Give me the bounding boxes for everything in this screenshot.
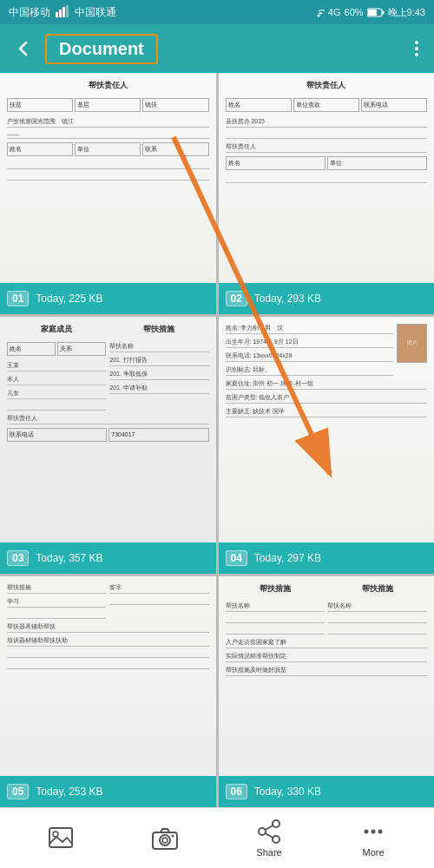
carrier-right: 中国联通 — [75, 5, 116, 20]
svg-point-23 — [378, 829, 383, 833]
carrier-info: 中国移动 中国联通 — [9, 5, 116, 20]
svg-point-16 — [273, 820, 279, 827]
document-item-02[interactable]: 帮扶贵任人 姓名 单位查欢 联系电话 县扶贫办 2015 帮扶责任人 姓名 单位… — [219, 73, 435, 314]
item-06-number: 06 — [226, 784, 247, 799]
dot1 — [415, 41, 418, 44]
page-title: Document — [59, 39, 144, 58]
item-01-meta: Today, 225 KB — [36, 293, 208, 305]
more-icon — [361, 819, 385, 844]
top-bar: Document — [0, 24, 434, 73]
item-04-meta: Today, 297 KB — [254, 552, 427, 564]
wifi-icon — [312, 7, 325, 17]
svg-point-18 — [273, 836, 279, 843]
document-item-05[interactable]: 帮扶措施 学习 签字 帮扶器具辅助帮扶 培训器材辅助帮扶扶助 05 Today,… — [0, 576, 216, 807]
item-05-label-bar: 05 Today, 253 KB — [0, 776, 216, 807]
signal-icon — [56, 5, 69, 19]
item-01-label-bar: 01 Today, 225 KB — [0, 283, 216, 314]
share-icon — [257, 819, 281, 844]
svg-point-4 — [317, 15, 319, 17]
status-bar: 中国移动 中国联通 4G 60% 晚上9:43 — [0, 0, 434, 24]
share-label: Share — [256, 847, 281, 858]
svg-rect-6 — [382, 10, 384, 14]
item-05-number: 05 — [7, 784, 29, 799]
time: 晚上9:43 — [388, 6, 425, 19]
dot2 — [415, 47, 418, 50]
battery-level: 60% — [345, 7, 364, 17]
svg-point-22 — [372, 829, 376, 833]
item-03-number: 03 — [7, 550, 29, 566]
bottom-toolbar: Share More — [0, 807, 434, 868]
back-button[interactable] — [7, 32, 40, 65]
system-status: 4G 60% 晚上9:43 — [312, 6, 425, 19]
document-item-03[interactable]: 家庭成员 姓名 关系 王某 本人 儿女 帮扶措施 帮扶名称 201. 打打报告 … — [0, 317, 216, 575]
more-menu-button[interactable] — [408, 34, 425, 63]
item-05-meta: Today, 253 KB — [36, 786, 208, 798]
document-item-06[interactable]: 帮扶措施 帮扶名称 帮扶措施 帮扶名称 入户走访贫困家庭了解 实际情况精准帮扶制… — [219, 576, 435, 807]
share-button[interactable]: Share — [243, 819, 295, 858]
signal-strength: 4G — [328, 7, 341, 17]
document-item-04[interactable]: 照片 姓名: 李力刚 男 汉 出生年月: 1974年 9月 12日 联系电话: … — [219, 317, 435, 575]
camera-icon — [151, 826, 179, 851]
svg-rect-7 — [368, 10, 377, 16]
item-03-label-bar: 03 Today, 357 KB — [0, 542, 216, 574]
svg-point-21 — [365, 829, 369, 833]
item-03-meta: Today, 357 KB — [36, 552, 208, 564]
svg-rect-3 — [66, 5, 69, 17]
svg-line-19 — [266, 825, 273, 830]
item-01-number: 01 — [7, 291, 29, 306]
svg-point-15 — [172, 834, 174, 837]
title-box: Document — [45, 34, 158, 64]
carrier-left: 中国移动 — [9, 5, 50, 20]
document-grid: 帮扶贵任人 扶贫 基层 镇扶 户室优资国光范围 镇江 —— 姓名 单位 联系 0… — [0, 73, 434, 807]
document-item-01[interactable]: 帮扶贵任人 扶贫 基层 镇扶 户室优资国光范围 镇江 —— 姓名 单位 联系 0… — [0, 73, 216, 314]
svg-point-14 — [162, 838, 168, 843]
svg-rect-1 — [59, 10, 62, 17]
more-label: More — [362, 847, 384, 858]
gallery-button[interactable] — [35, 826, 87, 851]
item-04-label-bar: 04 Today, 297 KB — [219, 542, 435, 574]
battery-icon — [367, 8, 385, 17]
photo-thumbnail: 照片 — [397, 324, 427, 363]
svg-rect-2 — [62, 7, 65, 17]
item-06-label-bar: 06 Today, 330 KB — [219, 776, 435, 807]
gallery-icon — [48, 826, 74, 851]
item-02-label-bar: 02 Today, 293 KB — [219, 283, 435, 314]
item-04-number: 04 — [226, 550, 247, 566]
item-06-meta: Today, 330 KB — [254, 786, 427, 798]
svg-point-17 — [259, 828, 266, 835]
svg-rect-0 — [56, 12, 58, 17]
svg-point-13 — [160, 835, 170, 845]
item-02-meta: Today, 293 KB — [254, 293, 427, 305]
item-02-number: 02 — [226, 291, 247, 306]
more-button[interactable]: More — [347, 819, 399, 858]
svg-point-11 — [53, 832, 58, 837]
dot3 — [415, 53, 418, 56]
svg-line-20 — [266, 833, 273, 838]
camera-button[interactable] — [139, 826, 191, 851]
svg-rect-10 — [49, 828, 72, 847]
